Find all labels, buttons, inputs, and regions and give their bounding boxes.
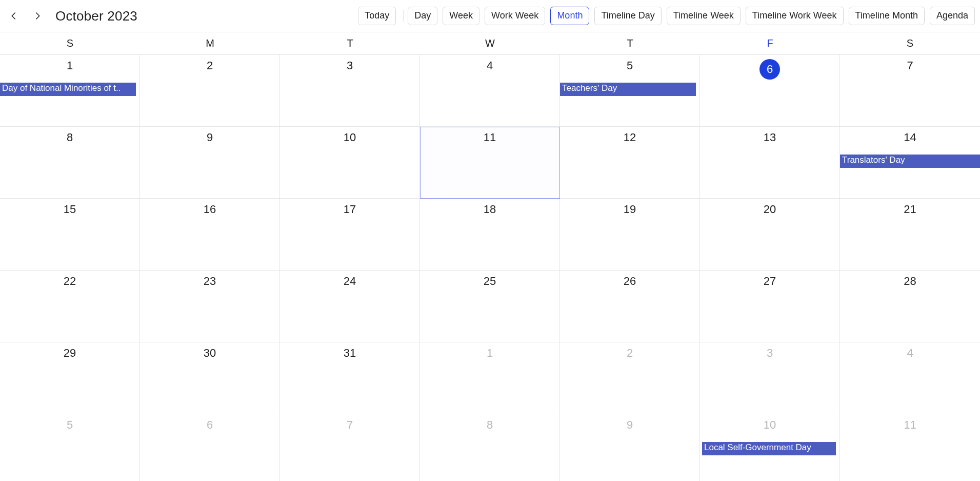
day-number: 5 xyxy=(560,59,699,72)
day-cell[interactable]: 9 xyxy=(140,127,280,199)
day-cell[interactable]: 22 xyxy=(0,271,140,342)
calendar-event[interactable]: Teachers' Day xyxy=(560,83,696,96)
dow-header: W xyxy=(420,32,560,54)
dow-header: M xyxy=(140,32,280,54)
day-cell[interactable]: 10 xyxy=(280,127,420,199)
view-timelineworkweek-button[interactable]: Timeline Work Week xyxy=(746,7,844,25)
chevron-right-icon xyxy=(33,11,42,21)
view-week-button[interactable]: Week xyxy=(443,7,479,25)
day-of-week-header: SMTWTFS xyxy=(0,32,980,55)
day-number: 25 xyxy=(420,275,559,288)
day-cell[interactable]: 7 xyxy=(840,55,980,127)
day-number: 28 xyxy=(840,275,980,288)
calendar-event[interactable]: Day of National Minorities of t.. xyxy=(0,83,136,96)
day-cell[interactable]: 20 xyxy=(700,199,840,271)
dow-header: T xyxy=(560,32,700,54)
chevron-left-icon xyxy=(9,11,18,21)
day-number: 22 xyxy=(0,275,139,288)
day-cell[interactable]: 4 xyxy=(420,55,560,127)
today-badge: 6 xyxy=(759,59,780,80)
dow-header: S xyxy=(0,32,140,54)
calendar-event[interactable]: Translators' Day xyxy=(840,155,980,168)
day-number: 17 xyxy=(280,203,419,216)
day-cell[interactable]: 12 xyxy=(560,127,700,199)
view-month-button[interactable]: Month xyxy=(550,7,589,25)
day-cell[interactable]: 27 xyxy=(700,271,840,342)
view-timelineday-button[interactable]: Timeline Day xyxy=(594,7,661,25)
day-number: 29 xyxy=(0,347,139,360)
day-number: 9 xyxy=(140,131,279,144)
day-cell[interactable]: 3 xyxy=(700,342,840,414)
day-number: 12 xyxy=(560,131,699,144)
nav-arrows xyxy=(5,11,42,21)
view-day-button[interactable]: Day xyxy=(408,7,437,25)
day-cell[interactable]: 8 xyxy=(0,127,140,199)
day-cell[interactable]: 7 xyxy=(280,414,420,481)
day-number: 10 xyxy=(280,131,419,144)
day-number: 7 xyxy=(280,418,419,432)
day-cell[interactable]: 15 xyxy=(0,199,140,271)
day-cell[interactable]: 13 xyxy=(700,127,840,199)
day-cell[interactable]: 5 xyxy=(0,414,140,481)
day-cell[interactable]: 10Local Self-Government Day xyxy=(700,414,840,481)
day-number: 14 xyxy=(840,131,980,144)
day-number: 15 xyxy=(0,203,139,216)
day-cell[interactable]: 30 xyxy=(140,342,280,414)
day-cell[interactable]: 23 xyxy=(140,271,280,342)
view-timelineweek-button[interactable]: Timeline Week xyxy=(667,7,741,25)
day-number: 19 xyxy=(560,203,699,216)
today-button[interactable]: Today xyxy=(358,7,396,25)
day-cell[interactable]: 24 xyxy=(280,271,420,342)
day-cell[interactable]: 31 xyxy=(280,342,420,414)
page-title: October 2023 xyxy=(55,8,137,24)
day-number: 8 xyxy=(0,131,139,144)
day-number: 5 xyxy=(0,418,139,432)
day-cell[interactable]: 5Teachers' Day xyxy=(560,55,700,127)
view-switcher: DayWeekWork WeekMonthTimeline DayTimelin… xyxy=(408,7,975,25)
day-cell[interactable]: 11 xyxy=(840,414,980,481)
day-number: 18 xyxy=(420,203,559,216)
day-number: 11 xyxy=(840,418,980,432)
day-cell[interactable]: 1Day of National Minorities of t.. xyxy=(0,55,140,127)
day-number: 24 xyxy=(280,275,419,288)
view-timelinemonth-button[interactable]: Timeline Month xyxy=(849,7,925,25)
day-cell[interactable]: 6 xyxy=(700,55,840,127)
day-number: 31 xyxy=(280,347,419,360)
day-cell[interactable]: 1 xyxy=(420,342,560,414)
day-number: 9 xyxy=(560,418,699,432)
calendar-toolbar: October 2023 Today DayWeekWork WeekMonth… xyxy=(0,0,980,32)
toolbar-separator xyxy=(403,10,404,22)
day-cell[interactable]: 16 xyxy=(140,199,280,271)
view-agenda-button[interactable]: Agenda xyxy=(930,7,975,25)
view-workweek-button[interactable]: Work Week xyxy=(485,7,545,25)
day-cell[interactable]: 2 xyxy=(140,55,280,127)
day-number: 2 xyxy=(140,59,279,72)
day-cell[interactable]: 18 xyxy=(420,199,560,271)
day-number: 6 xyxy=(140,418,279,432)
day-number: 13 xyxy=(700,131,839,144)
day-number: 27 xyxy=(700,275,839,288)
day-cell[interactable]: 26 xyxy=(560,271,700,342)
day-number: 1 xyxy=(420,347,559,360)
day-cell[interactable]: 21 xyxy=(840,199,980,271)
day-cell[interactable]: 4 xyxy=(840,342,980,414)
calendar-event[interactable]: Local Self-Government Day xyxy=(702,442,836,455)
day-cell[interactable]: 29 xyxy=(0,342,140,414)
day-cell[interactable]: 28 xyxy=(840,271,980,342)
day-number: 7 xyxy=(840,59,980,72)
prev-month-button[interactable] xyxy=(9,11,18,21)
day-cell[interactable]: 19 xyxy=(560,199,700,271)
next-month-button[interactable] xyxy=(33,11,42,21)
day-number: 10 xyxy=(700,418,839,432)
day-number: 26 xyxy=(560,275,699,288)
day-cell[interactable]: 8 xyxy=(420,414,560,481)
day-cell[interactable]: 2 xyxy=(560,342,700,414)
day-cell[interactable]: 3 xyxy=(280,55,420,127)
day-cell[interactable]: 11 xyxy=(420,127,560,199)
day-cell[interactable]: 25 xyxy=(420,271,560,342)
day-cell[interactable]: 9 xyxy=(560,414,700,481)
day-cell[interactable]: 6 xyxy=(140,414,280,481)
day-cell[interactable]: 14Translators' Day xyxy=(840,127,980,199)
month-grid: 1Day of National Minorities of t..2345Te… xyxy=(0,55,980,481)
day-cell[interactable]: 17 xyxy=(280,199,420,271)
